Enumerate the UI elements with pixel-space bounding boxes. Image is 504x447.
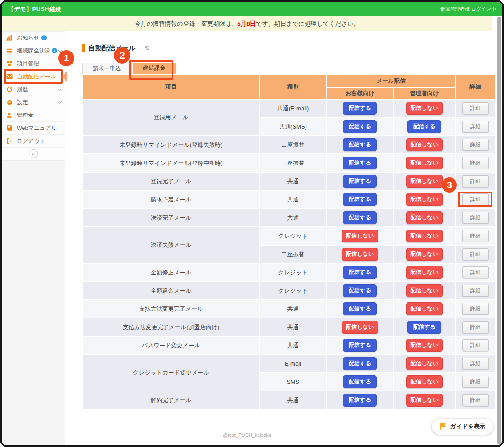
type-cell: 共通	[259, 172, 327, 190]
admin-no-send-button[interactable]: 配信しない	[406, 138, 442, 151]
customer-send-button[interactable]: 配信する	[343, 175, 377, 188]
main-content: 自動配信メール 一覧 請求・申込 継続課金 項目 種別 メール配信 詳細	[65, 31, 502, 445]
customer-send-button[interactable]: 配信する	[343, 284, 377, 297]
detail-button[interactable]: 詳細	[462, 193, 489, 205]
detail-button[interactable]: 詳細	[462, 121, 489, 133]
table-row: 請求予定メール共通配信する配信しない詳細	[83, 190, 495, 209]
admin-delivery-cell: 配信しない	[393, 373, 456, 391]
logout-icon	[6, 138, 14, 144]
sidebar-collapse-button[interactable]: «	[2, 148, 65, 161]
detail-button[interactable]: 詳細	[462, 376, 489, 388]
sidebar-item-4[interactable]: 履歴	[2, 83, 65, 96]
sidebar-item-6[interactable]: 管理者	[2, 109, 65, 122]
detail-button[interactable]: 詳細	[462, 175, 489, 187]
admin-delivery-cell: 配信しない	[393, 99, 456, 117]
sidebar-filler	[2, 161, 65, 445]
customer-send-button[interactable]: 配信する	[343, 157, 377, 169]
detail-cell: 詳細	[456, 227, 495, 245]
type-cell: 共通	[259, 391, 327, 409]
customer-send-button[interactable]: 配信する	[343, 211, 377, 224]
customer-delivery-cell: 配信する	[327, 117, 393, 136]
type-cell: クレジット	[259, 282, 327, 300]
sidebar-item-8[interactable]: ログアウト	[2, 135, 65, 148]
admin-no-send-button[interactable]: 配信しない	[406, 302, 442, 315]
admin-no-send-button[interactable]: 配信しない	[406, 102, 442, 115]
type-cell: 共通	[259, 300, 327, 318]
detail-button[interactable]: 詳細	[462, 358, 489, 370]
detail-button[interactable]: 詳細	[462, 394, 489, 406]
sidebar-item-5[interactable]: 設定	[2, 96, 65, 109]
customer-send-button[interactable]: 配信する	[343, 193, 377, 206]
admin-send-button[interactable]: 配信する	[407, 120, 442, 133]
mail-icon	[6, 74, 14, 80]
detail-button[interactable]: 詳細	[462, 266, 489, 278]
scrollbar-thumb[interactable]	[497, 17, 501, 444]
customer-send-button[interactable]: 配信する	[343, 138, 377, 151]
customer-send-button[interactable]: 配信する	[343, 394, 377, 407]
table-row: 未登録時リマインドメール(登録中断時)口座振替配信する配信しない詳細	[83, 154, 495, 172]
detail-button[interactable]: 詳細	[462, 102, 489, 114]
tab-billing-application[interactable]: 請求・申込	[82, 63, 132, 74]
admin-no-send-button[interactable]: 配信しない	[406, 266, 442, 279]
customer-delivery-cell: 配信する	[327, 373, 393, 391]
admin-no-send-button[interactable]: 配信しない	[406, 248, 442, 261]
detail-button[interactable]: 詳細	[462, 321, 489, 333]
divider	[40, 154, 61, 154]
detail-cell: 詳細	[456, 300, 495, 318]
sidebar-item-label: お知らせ	[17, 34, 40, 42]
type-cell: SMS	[259, 373, 327, 391]
customer-send-button[interactable]: 配信する	[343, 266, 377, 279]
customer-no-send-button[interactable]: 配信しない	[342, 321, 378, 334]
detail-button[interactable]: 詳細	[462, 339, 489, 351]
person-icon	[6, 112, 14, 118]
customer-send-button[interactable]: 配信する	[343, 120, 377, 133]
admin-no-send-button[interactable]: 配信しない	[406, 375, 442, 388]
admin-no-send-button[interactable]: 配信しない	[406, 211, 442, 224]
admin-no-send-button[interactable]: 配信しない	[406, 339, 442, 352]
admin-no-send-button[interactable]: 配信しない	[406, 175, 442, 188]
detail-button[interactable]: 詳細	[462, 285, 489, 297]
sidebar-item-1[interactable]: 継続課金決済i	[2, 44, 65, 57]
vertical-scrollbar[interactable]	[497, 17, 501, 444]
customer-delivery-cell: 配信しない	[327, 227, 393, 245]
customer-send-button[interactable]: 配信する	[343, 339, 377, 352]
admin-no-send-button[interactable]: 配信しない	[406, 230, 442, 242]
admin-no-send-button[interactable]: 配信しない	[406, 157, 442, 169]
info-icon[interactable]: i	[52, 48, 57, 53]
sidebar-item-2[interactable]: 項目管理	[2, 57, 65, 70]
detail-cell: 詳細	[456, 391, 495, 409]
sidebar-item-0[interactable]: お知らせi	[2, 32, 65, 44]
customer-no-send-button[interactable]: 配信しない	[342, 230, 378, 242]
customer-delivery-cell: 配信しない	[327, 245, 393, 263]
table-row: 支払方法変更完了メール共通配信する配信しない詳細	[83, 300, 495, 318]
tab-recurring-billing[interactable]: 継続課金	[133, 63, 176, 74]
customer-send-button[interactable]: 配信する	[343, 102, 377, 115]
show-guide-button[interactable]: ガイドを表示	[432, 419, 493, 435]
detail-button[interactable]: 詳細	[462, 139, 489, 151]
sidebar-item-3[interactable]: 自動配信メール	[2, 70, 65, 83]
admin-send-button[interactable]: 配信する	[407, 321, 442, 334]
customer-send-button[interactable]: 配信する	[343, 302, 377, 315]
sidebar-item-label: 項目管理	[17, 60, 39, 68]
info-icon[interactable]: i	[41, 35, 47, 40]
type-cell: 口座振替	[259, 136, 327, 154]
customer-no-send-button[interactable]: 配信しない	[342, 248, 378, 261]
app-window: 【デモ】PUSH継続 最高管理者様 ログイン中 今月の振替情報の登録・変更期限は…	[0, 0, 504, 447]
customer-delivery-cell: 配信する	[327, 154, 393, 172]
admin-no-send-button[interactable]: 配信しない	[406, 193, 442, 206]
admin-no-send-button[interactable]: 配信しない	[406, 284, 442, 297]
sidebar-item-label: ログアウト	[17, 137, 45, 145]
admin-no-send-button[interactable]: 配信しない	[406, 357, 442, 370]
sidebar-item-7[interactable]: Webマニュアル	[2, 122, 65, 135]
collapse-icon[interactable]: «	[29, 149, 38, 158]
detail-button[interactable]: 詳細	[462, 212, 489, 224]
detail-button[interactable]: 詳細	[462, 303, 489, 315]
item-name-cell: 支払方法変更完了メール	[83, 300, 259, 318]
detail-button[interactable]: 詳細	[462, 157, 489, 169]
admin-no-send-button[interactable]: 配信しない	[406, 394, 442, 407]
customer-send-button[interactable]: 配信する	[343, 375, 377, 388]
divider	[157, 48, 495, 48]
customer-send-button[interactable]: 配信する	[343, 357, 377, 370]
detail-button[interactable]: 詳細	[462, 248, 489, 260]
detail-button[interactable]: 詳細	[462, 230, 489, 242]
